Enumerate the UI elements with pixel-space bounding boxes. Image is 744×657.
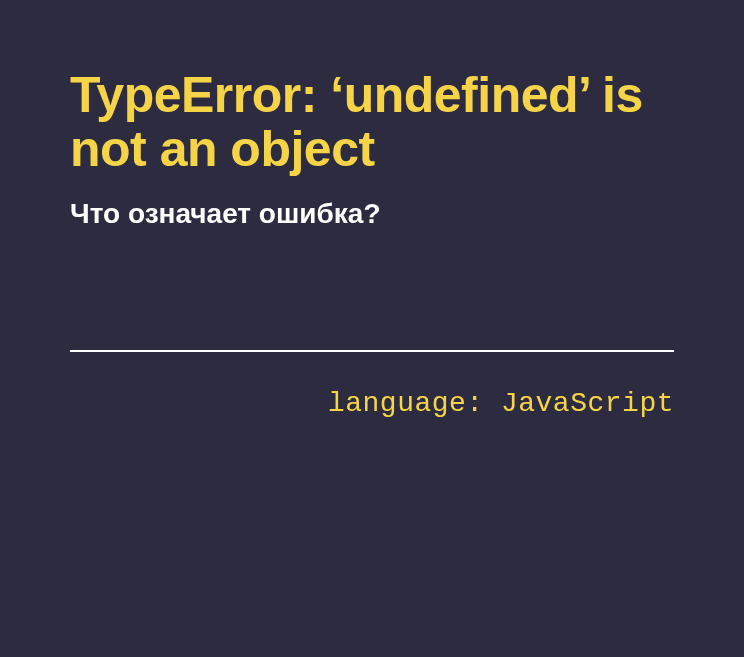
language-label: language: JavaScript	[70, 388, 674, 419]
error-title: TypeError: ‘undefined’ is not an object	[70, 68, 674, 176]
divider-line	[70, 350, 674, 352]
subtitle-question: Что означает ошибка?	[70, 196, 674, 232]
